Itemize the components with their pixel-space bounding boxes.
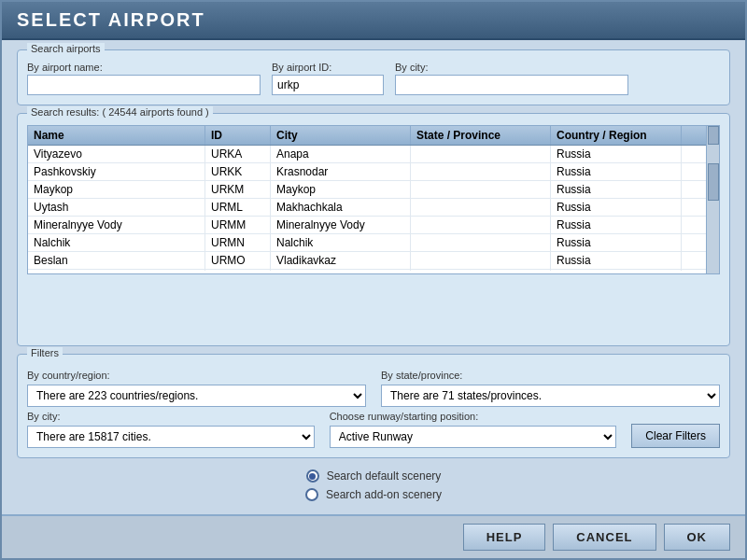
table-cell: Uytash (28, 199, 205, 216)
table-row[interactable]: UytashURMLMakhachkalaRussia (28, 199, 706, 217)
table-cell (411, 252, 551, 269)
table-cell: Russia (551, 199, 682, 216)
results-table-container: Name ID City State / Province Country / … (27, 125, 720, 274)
state-filter-wrap: There are 71 states/provinces. (381, 385, 720, 407)
search-group: Search airports By airport name: By airp… (17, 49, 730, 105)
ok-button[interactable]: OK (664, 524, 731, 551)
filters-top-row: By country/region: There are 223 countri… (27, 370, 720, 407)
table-cell: URMO (205, 252, 271, 269)
runway-filter-select[interactable]: Active Runway (330, 426, 617, 448)
table-cell: Anapa (271, 146, 411, 162)
table-cell: Russia (551, 252, 682, 269)
table-cell: Stavropol (271, 270, 411, 271)
airport-id-input[interactable] (272, 75, 384, 95)
table-cell: URKA (205, 146, 271, 162)
table-row[interactable]: PashkovskiyURKKKrasnodarRussia (28, 163, 706, 181)
city-search-input[interactable] (395, 75, 628, 95)
country-filter-select[interactable]: There are 223 countries/regions. (27, 385, 366, 407)
table-row[interactable]: MaykopURKMMaykopRussia (28, 181, 706, 199)
city-filter-wrap: There are 15817 cities. (27, 426, 315, 448)
airport-name-field: By airport name: (27, 62, 261, 95)
table-cell: Pashkovskiy (28, 163, 205, 180)
title-bar: SELECT AIRPORT (2, 2, 745, 40)
runway-filter-group: Choose runway/starting position: Active … (330, 411, 617, 448)
table-cell: Russia (551, 217, 682, 233)
runway-filter-label: Choose runway/starting position: (330, 411, 617, 422)
table-row[interactable]: VityazevoURKAAnapaRussia (28, 146, 706, 163)
col-header-country[interactable]: Country / Region (551, 126, 682, 145)
radio-default-scenery[interactable]: Search default scenery (306, 469, 442, 483)
results-scrollbar[interactable] (706, 126, 719, 273)
radio-default-scenery-label: Search default scenery (327, 469, 442, 483)
airport-id-field: By airport ID: (272, 62, 384, 95)
filters-bottom-row: By city: There are 15817 cities. Choose … (27, 411, 720, 448)
table-row[interactable]: NalchikURMNNalchikRussia (28, 234, 706, 252)
search-row: By airport name: By airport ID: By city: (27, 62, 720, 95)
table-row[interactable]: BeslanURMOVladikavkazRussia (28, 252, 706, 270)
table-header: Name ID City State / Province Country / … (28, 126, 706, 146)
city-filter-select[interactable]: There are 15817 cities. (27, 426, 315, 448)
city-filter-label: By city: (27, 411, 315, 422)
bottom-bar: HELP CANCEL OK (2, 514, 745, 558)
scroll-thumb[interactable] (708, 163, 719, 201)
col-header-state[interactable]: State / Province (411, 126, 551, 145)
select-airport-window: SELECT AIRPORT Search airports By airpor… (0, 0, 747, 560)
filters-group: Filters By country/region: There are 223… (17, 354, 730, 458)
search-group-title: Search airports (27, 43, 105, 54)
table-cell: Russia (551, 270, 682, 271)
city-filter-group: By city: There are 15817 cities. (27, 411, 315, 448)
table-cell: Vladikavkaz (271, 252, 411, 269)
table-cell: Russia (551, 146, 682, 162)
cancel-button[interactable]: CANCEL (553, 524, 655, 551)
table-cell: Krasnodar (271, 163, 411, 180)
table-cell: URMN (205, 234, 271, 251)
table-cell (411, 234, 551, 251)
col-header-city[interactable]: City (271, 126, 411, 145)
col-header-id[interactable]: ID (205, 126, 271, 145)
country-filter-wrap: There are 223 countries/regions. (27, 385, 366, 407)
airport-name-input[interactable] (27, 75, 261, 95)
table-cell: Makhachkala (271, 199, 411, 216)
radio-default-scenery-circle[interactable] (306, 469, 319, 483)
radio-addon-scenery-circle[interactable] (305, 488, 318, 501)
table-cell: Maykop (271, 181, 411, 198)
table-cell: Nalchik (28, 234, 205, 251)
table-cell (411, 270, 551, 271)
table-cell (411, 146, 551, 162)
radio-addon-scenery[interactable]: Search add-on scenery (305, 488, 442, 501)
table-cell (411, 181, 551, 198)
state-filter-label: By state/province: (381, 370, 720, 381)
table-cell: URMT (205, 270, 271, 271)
filters-group-title: Filters (27, 347, 63, 358)
table-row[interactable]: ShpakovskoyeURMTStavropolRussia (28, 270, 706, 271)
table-cell (411, 163, 551, 180)
table-cell: Mineralnyye Vody (271, 217, 411, 233)
state-filter-select[interactable]: There are 71 states/provinces. (381, 385, 720, 407)
airport-id-label: By airport ID: (272, 62, 384, 73)
city-search-field: By city: (395, 62, 628, 95)
table-cell: URML (205, 199, 271, 216)
table-cell (411, 217, 551, 233)
table-cell: Nalchik (271, 234, 411, 251)
table-cell: URKM (205, 181, 271, 198)
city-search-label: By city: (395, 62, 628, 73)
state-filter-group: By state/province: There are 71 states/p… (381, 370, 720, 407)
table-cell (411, 199, 551, 216)
table-cell: Russia (551, 234, 682, 251)
table-cell: Vityazevo (28, 146, 205, 162)
table-cell: Russia (551, 163, 682, 180)
airport-name-label: By airport name: (27, 62, 261, 73)
table-cell: Russia (551, 181, 682, 198)
table-row[interactable]: Mineralnyye VodyURMMMineralnyye VodyRuss… (28, 217, 706, 234)
radio-addon-scenery-label: Search add-on scenery (326, 488, 442, 501)
col-header-name[interactable]: Name (28, 126, 205, 145)
country-filter-group: By country/region: There are 223 countri… (27, 370, 366, 407)
clear-filters-button[interactable]: Clear Filters (631, 424, 720, 448)
radio-section: Search default scenery Search add-on sce… (17, 466, 730, 505)
table-cell: Beslan (28, 252, 205, 269)
table-cell: Maykop (28, 181, 205, 198)
table-cell: Shpakovskoye (28, 270, 205, 271)
table-cell: URKK (205, 163, 271, 180)
runway-filter-wrap: Active Runway (330, 426, 617, 448)
help-button[interactable]: HELP (463, 524, 546, 551)
